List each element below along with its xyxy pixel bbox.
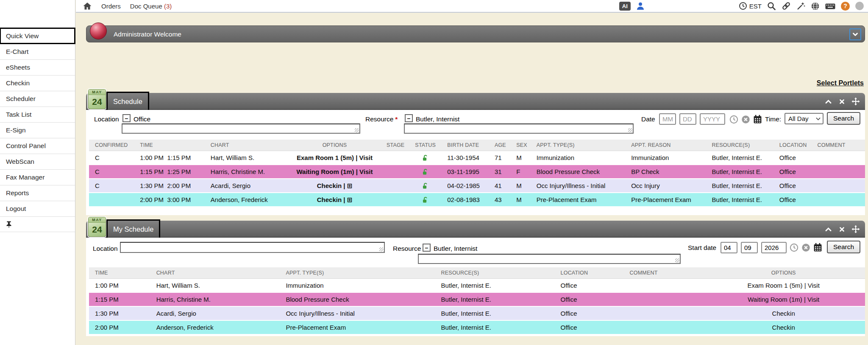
sidebar-pin-button[interactable] — [0, 216, 75, 232]
cell-location: Office — [773, 154, 812, 161]
cell-appt-reason: Occ Injury — [625, 182, 706, 189]
cell-options[interactable]: Exam Room 1 (5m) | Visit — [702, 282, 865, 289]
cell-chart: Hart, William S. — [150, 282, 280, 289]
cell-appt-reason: Pre-Placement Exam — [625, 196, 706, 203]
cell-time: 1:00 PM 1:15 PM — [134, 154, 205, 161]
table-row[interactable]: 2:00 PMAnderson, FrederickPre-Placement … — [89, 321, 865, 335]
table-row[interactable]: 1:15 PMHarris, Christine M.Blood Pressur… — [89, 293, 865, 307]
sidebar-item-e-sign[interactable]: E-Sign — [0, 122, 75, 138]
cell-options[interactable]: Waiting Room (1m) | Visit — [702, 296, 865, 303]
sidebar-item-task-list[interactable]: Task List — [0, 107, 75, 122]
cell-location: Office — [555, 310, 624, 317]
ai-badge[interactable]: AI — [619, 2, 631, 11]
date-day-input[interactable] — [679, 113, 696, 125]
doc-queue-count: (3) — [164, 3, 172, 10]
resource-collapse-button[interactable]: – — [423, 244, 431, 252]
clear-date-icon[interactable] — [741, 115, 750, 124]
sidebar-item-fax-manager[interactable]: Fax Manager — [0, 169, 75, 185]
cell-location: Office — [773, 168, 812, 175]
close-portlet-icon[interactable] — [838, 98, 846, 105]
search-icon[interactable] — [767, 2, 776, 11]
cell-options[interactable]: Checkin — [702, 310, 865, 317]
clock-icon[interactable] — [739, 2, 747, 10]
wand-icon[interactable] — [796, 2, 805, 11]
location-input[interactable] — [122, 123, 360, 134]
sidebar-item-logout[interactable]: Logout — [0, 201, 75, 216]
col-resources: RESOURCE(S) — [435, 270, 555, 276]
link-icon[interactable] — [782, 1, 791, 11]
schedule-portlet-title[interactable]: Schedule — [106, 92, 149, 111]
table-header-row: CONFIRMEDTIMECHARTOPTIONSSTAGESTATUSBIRT… — [89, 140, 865, 151]
date-month-input[interactable] — [659, 113, 676, 125]
help-icon[interactable]: ? — [841, 2, 850, 11]
my-schedule-portlet: MAY 24 My Schedule Location Resource – B… — [86, 221, 865, 336]
user-icon[interactable] — [636, 2, 645, 10]
cell-chart: Anderson, Frederick — [205, 196, 288, 203]
time-picker-icon[interactable] — [729, 115, 738, 124]
table-row[interactable]: C1:30 PM 2:00 PMAcardi, SergioCheckin | … — [89, 179, 865, 193]
cell-options[interactable]: Checkin | ⊞ — [288, 182, 382, 190]
cell-time: 1:15 PM 1:25 PM — [134, 168, 205, 175]
cell-resources: Butler, Internist E. — [435, 324, 555, 331]
time-picker-icon[interactable] — [790, 243, 798, 252]
start-date-year-input[interactable] — [761, 242, 787, 253]
col-chart: CHART — [205, 142, 288, 148]
move-portlet-icon[interactable] — [851, 97, 860, 106]
select-portlets-link[interactable]: Select Portlets — [817, 79, 864, 87]
resource-label: Resource* — [365, 115, 398, 123]
resource-collapse-button[interactable]: – — [405, 114, 413, 122]
welcome-collapse-button[interactable] — [849, 28, 861, 40]
nav-orders[interactable]: Orders — [101, 3, 121, 10]
home-icon[interactable] — [83, 2, 92, 10]
sidebar-item-e-chart[interactable]: E-Chart — [0, 44, 75, 59]
start-date-day-input[interactable] — [741, 242, 758, 253]
resource-input[interactable] — [404, 123, 634, 134]
sidebar-item-quick-view[interactable]: Quick View — [0, 28, 75, 44]
location-input[interactable] — [120, 242, 385, 253]
table-row[interactable]: 1:00 PMHart, William S.ImmunizationButle… — [89, 279, 865, 293]
cell-chart: Acardi, Sergio — [205, 182, 288, 189]
sidebar-item-esheets[interactable]: eSheets — [0, 59, 75, 75]
time-select[interactable]: All Day — [785, 113, 823, 124]
my-schedule-table-head: TIMECHARTAPPT. TYPE(S)RESOURCE(S)LOCATIO… — [89, 267, 865, 279]
sidebar-item-reports[interactable]: Reports — [0, 185, 75, 201]
nav-doc-queue[interactable]: Doc Queue (3) — [130, 3, 172, 10]
cell-options[interactable]: Exam Room 1 (5m) | Visit — [288, 154, 382, 161]
calendar-picker-icon[interactable] — [813, 243, 822, 252]
calendar-month: MAY — [89, 90, 106, 95]
collapse-portlet-icon[interactable] — [824, 98, 832, 106]
collapse-portlet-icon[interactable] — [824, 225, 832, 233]
date-year-input[interactable] — [700, 113, 725, 125]
col-chart: CHART — [150, 270, 280, 276]
table-row[interactable]: 2:00 PM 3:00 PMAnderson, FrederickChecki… — [89, 193, 865, 207]
cell-age: 43 — [489, 196, 510, 203]
table-row[interactable]: C1:00 PM 1:15 PMHart, William S.Exam Roo… — [89, 151, 865, 165]
globe-icon[interactable] — [811, 2, 820, 11]
schedule-search-button[interactable]: Search — [827, 112, 860, 125]
close-portlet-icon[interactable] — [838, 226, 846, 233]
sidebar-item-scheduler[interactable]: Scheduler — [0, 91, 75, 107]
cell-options[interactable]: Checkin — [702, 324, 865, 331]
cell-options[interactable]: Checkin | ⊞ — [288, 196, 382, 204]
sidebar-item-webscan[interactable]: WebScan — [0, 154, 75, 169]
sidebar-menu: Quick ViewE-CharteSheetsCheckinScheduler… — [0, 28, 75, 216]
location-collapse-button[interactable]: – — [122, 114, 131, 122]
cell-appt-types: Pre-Placement Exam — [280, 324, 435, 331]
my-schedule-search-button[interactable]: Search — [827, 241, 860, 253]
sidebar-item-control-panel[interactable]: Control Panel — [0, 138, 75, 154]
my-schedule-portlet-title[interactable]: My Schedule — [106, 219, 160, 239]
cell-resources: Butler, Internist E. — [706, 154, 773, 161]
resource-input[interactable] — [418, 254, 681, 264]
calendar-picker-icon[interactable] — [753, 115, 762, 124]
cell-options[interactable]: Waiting Room (1m) | Visit — [288, 168, 382, 175]
cell-sex: M — [510, 154, 531, 161]
cell-chart: Hart, William S. — [205, 154, 288, 161]
clear-date-icon[interactable] — [801, 243, 810, 252]
sidebar-item-checkin[interactable]: Checkin — [0, 75, 75, 91]
table-row[interactable]: 1:30 PMAcardi, SergioOcc Injury/Illness … — [89, 307, 865, 321]
start-date-month-input[interactable] — [721, 242, 737, 253]
move-portlet-icon[interactable] — [851, 225, 860, 233]
doc-queue-label: Doc Queue — [130, 3, 162, 10]
keyboard-icon[interactable] — [825, 2, 835, 10]
table-row[interactable]: C1:15 PM 1:25 PMHarris, Christine M.Wait… — [89, 165, 865, 179]
